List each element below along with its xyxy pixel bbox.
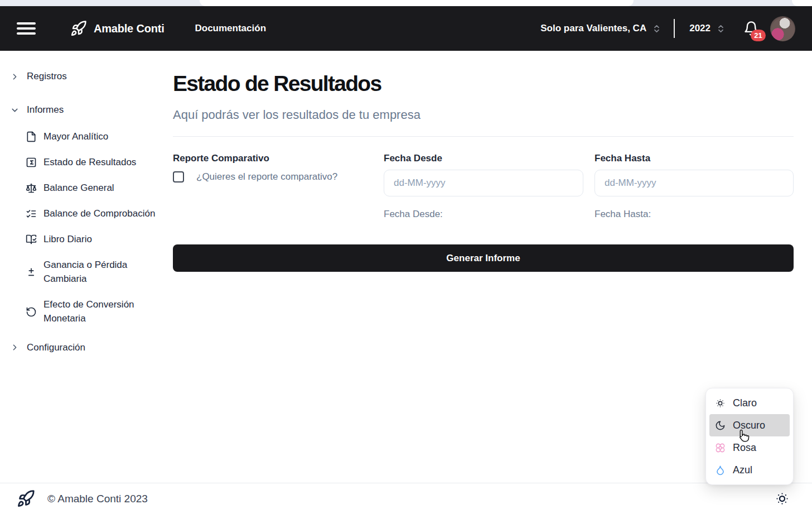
- sidebar-item-balance-general[interactable]: Balance General: [0, 181, 167, 195]
- chevron-up-down-icon: [652, 24, 661, 33]
- droplet-icon: [715, 465, 726, 475]
- company-selector[interactable]: Solo para Valientes, CA: [540, 23, 661, 34]
- generate-report-button[interactable]: Generar Informe: [173, 244, 794, 272]
- checklist-icon: [26, 208, 37, 219]
- sidebar-informes-items: Mayor Analítico Estado de Resultados Bal…: [0, 130, 167, 326]
- sidebar-section-label: Registros: [27, 71, 67, 82]
- date-to-hint: Fecha Hasta:: [594, 209, 794, 220]
- sigma-square-icon: [26, 157, 37, 168]
- sidebar-item-label: Efecto de Conversión Monetaria: [44, 298, 156, 326]
- company-selector-label: Solo para Valientes, CA: [540, 23, 646, 34]
- top-strip-white-panel-right: [792, 0, 812, 6]
- sidebar-item-label: Libro Diario: [44, 233, 92, 247]
- year-selector[interactable]: 2022: [689, 23, 726, 34]
- date-to-label: Fecha Hasta: [594, 153, 794, 164]
- comparative-report-question: ¿Quieres el reporte comparativo?: [196, 171, 337, 182]
- sidebar-item-estado-de-resultados[interactable]: Estado de Resultados: [0, 156, 167, 170]
- date-from-hint: Fecha Desde:: [384, 209, 583, 220]
- footer-copyright: © Amable Conti 2023: [47, 493, 148, 505]
- chevron-right-icon: [10, 343, 20, 352]
- documentation-link[interactable]: Documentación: [195, 23, 267, 34]
- book-check-icon: [26, 234, 37, 245]
- year-selector-label: 2022: [689, 23, 710, 34]
- sun-icon: [715, 398, 726, 409]
- rocket-icon: [17, 489, 35, 508]
- theme-option-label: Azul: [733, 464, 752, 476]
- date-from-input[interactable]: [384, 170, 583, 196]
- theme-option-azul[interactable]: Azul: [709, 459, 790, 481]
- top-strip-white-panel: [200, 0, 634, 6]
- scale-icon: [26, 182, 37, 194]
- rotate-ccw-icon: [26, 306, 37, 318]
- theme-option-claro[interactable]: Claro: [709, 392, 790, 414]
- report-form: Reporte Comparativo ¿Quieres el reporte …: [173, 153, 794, 220]
- sidebar-item-label: Balance General: [44, 181, 114, 195]
- navbar-divider: [674, 19, 675, 38]
- sidebar-item-balance-de-comprobacion[interactable]: Balance de Comprobación: [0, 207, 167, 221]
- rocket-icon: [70, 20, 87, 37]
- sidebar-item-efecto-de-conversion-monetaria[interactable]: Efecto de Conversión Monetaria: [0, 298, 167, 326]
- sidebar-item-label: Ganancia o Pérdida Cambiaria: [44, 258, 156, 286]
- theme-toggle-sun-icon[interactable]: [775, 491, 790, 506]
- page-title: Estado de Resultados: [173, 71, 794, 96]
- sidebar-section-informes[interactable]: Informes: [0, 100, 167, 120]
- theme-option-oscuro[interactable]: Oscuro: [709, 414, 790, 436]
- top-navbar: Amable Conti Documentación Solo para Val…: [0, 6, 812, 51]
- hamburger-menu-button[interactable]: [17, 20, 37, 38]
- top-strip: [0, 0, 812, 6]
- footer: © Amable Conti 2023: [0, 483, 812, 514]
- sidebar-section-label: Configuración: [27, 342, 85, 353]
- sidebar-section-registros[interactable]: Registros: [0, 66, 167, 87]
- notifications-button[interactable]: 21: [743, 21, 759, 36]
- user-avatar[interactable]: [770, 16, 795, 41]
- moon-icon: [715, 420, 726, 431]
- plus-minus-icon: [26, 267, 37, 278]
- comparative-report-checkbox[interactable]: [173, 171, 184, 182]
- notification-count-badge: 21: [751, 30, 766, 41]
- theme-option-label: Oscuro: [733, 420, 765, 431]
- theme-menu: Claro Oscuro Rosa Azul: [705, 388, 794, 485]
- sidebar-section-configuracion[interactable]: Configuración: [0, 338, 167, 358]
- sidebar-section-label: Informes: [27, 104, 64, 116]
- main-content: Estado de Resultados Aquí podrás ver los…: [173, 51, 794, 272]
- sidebar-item-label: Mayor Analítico: [44, 130, 108, 144]
- sidebar-item-label: Balance de Comprobación: [44, 207, 155, 221]
- brand-name: Amable Conti: [94, 22, 165, 35]
- theme-option-label: Rosa: [733, 442, 756, 454]
- chevron-down-icon: [10, 105, 20, 115]
- chevron-right-icon: [10, 72, 20, 81]
- file-icon: [26, 131, 37, 142]
- page-subtitle: Aquí podrás ver los resultados de tu emp…: [173, 108, 794, 122]
- sidebar-item-mayor-analitico[interactable]: Mayor Analítico: [0, 130, 167, 144]
- date-to-input[interactable]: [594, 170, 794, 196]
- sidebar: Registros Informes Mayor Analítico Estad…: [0, 51, 167, 358]
- comparative-report-label: Reporte Comparativo: [173, 153, 362, 164]
- theme-option-label: Claro: [733, 397, 757, 409]
- sidebar-item-libro-diario[interactable]: Libro Diario: [0, 233, 167, 247]
- flower-icon: [715, 443, 726, 453]
- content-divider: [173, 136, 794, 137]
- date-from-label: Fecha Desde: [384, 153, 583, 164]
- brand[interactable]: Amable Conti: [70, 20, 165, 37]
- sidebar-item-label: Estado de Resultados: [44, 156, 136, 170]
- chevron-up-down-icon: [716, 24, 726, 33]
- theme-option-rosa[interactable]: Rosa: [709, 436, 790, 459]
- sidebar-item-ganancia-o-perdida-cambiaria[interactable]: Ganancia o Pérdida Cambiaria: [0, 258, 167, 286]
